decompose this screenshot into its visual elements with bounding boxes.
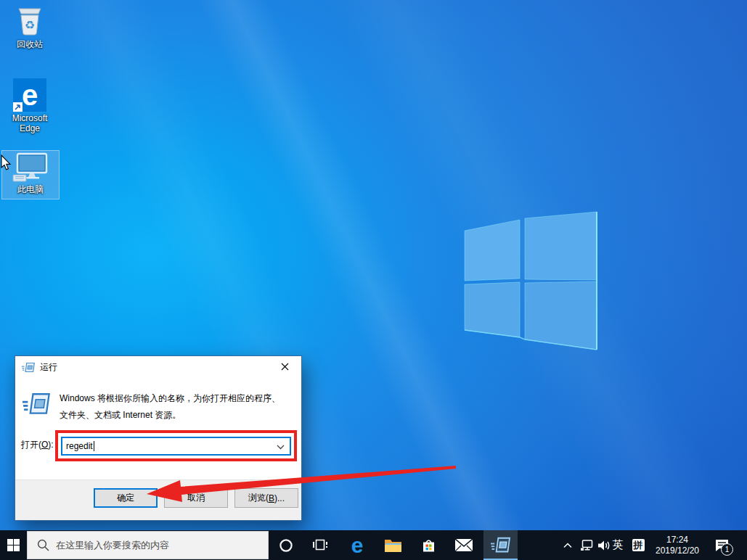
chevron-up-icon — [563, 543, 572, 548]
dialog-message-line1: Windows 将根据你所输入的名称，为你打开相应的程序、 — [60, 390, 280, 407]
windows-logo-wallpaper — [457, 207, 603, 355]
task-view-button[interactable] — [304, 530, 336, 560]
desktop-icon-recycle-bin[interactable]: ♻ 回收站 — [1, 3, 58, 49]
desktop-icon-label: 此电脑 — [2, 184, 59, 194]
clock-date: 2019/12/20 — [656, 545, 699, 556]
open-label: 打开(O): — [21, 439, 54, 451]
dialog-title: 运行 — [40, 361, 57, 374]
search-input[interactable]: 在这里输入你要搜索的内容 — [27, 531, 269, 559]
network-tray-button[interactable] — [578, 530, 597, 560]
task-view-icon — [313, 539, 327, 551]
run-dialog-footer: 确定 取消 浏览(B)... — [15, 479, 301, 520]
taskbar: 在这里输入你要搜索的内容 e — [0, 530, 747, 560]
store-icon — [421, 538, 436, 553]
close-icon — [281, 363, 289, 371]
mail-button[interactable] — [448, 530, 480, 560]
recycle-bin-icon: ♻ — [1, 3, 58, 38]
browse-button[interactable]: 浏览(B)... — [234, 488, 298, 508]
edge-taskbar-button[interactable]: e — [341, 530, 373, 560]
mail-icon — [455, 539, 473, 551]
tray-expand-button[interactable] — [558, 530, 578, 560]
file-explorer-button[interactable] — [377, 530, 409, 560]
desktop: ♻ 回收站 e Microsoft Edge — [0, 0, 747, 560]
dialog-message-line2: 文件夹、文档或 Internet 资源。 — [60, 407, 280, 424]
search-icon — [37, 539, 49, 551]
start-button[interactable] — [0, 530, 27, 560]
windows-start-icon — [7, 539, 20, 551]
cortana-icon — [279, 538, 293, 553]
run-dialog-body: Windows 将根据你所输入的名称，为你打开相应的程序、 文件夹、文档或 In… — [15, 378, 301, 479]
run-dialog-titlebar[interactable]: 运行 — [15, 356, 301, 378]
network-icon — [581, 540, 595, 551]
edge-icon: e — [1, 77, 58, 112]
clock[interactable]: 17:24 2019/12/20 — [652, 530, 703, 560]
mouse-cursor — [1, 155, 12, 171]
file-explorer-icon — [384, 538, 402, 553]
annotation-highlight-rect — [55, 430, 297, 461]
run-message-icon — [23, 392, 50, 416]
run-dialog: 运行 Windows 将根据你所输入的名称，为你打开相应的程序、 文件夹、文档或… — [15, 355, 302, 521]
desktop-icon-label: 回收站 — [1, 39, 58, 49]
search-placeholder: 在这里输入你要搜索的内容 — [56, 539, 169, 552]
ime-mode-button[interactable]: 拼 — [629, 530, 648, 560]
run-window-icon — [22, 362, 35, 373]
cancel-button[interactable]: 取消 — [164, 488, 228, 508]
close-button[interactable] — [269, 356, 301, 377]
edge-logo-glyph: e — [22, 81, 38, 110]
run-taskbar-button[interactable] — [483, 530, 518, 560]
store-button[interactable] — [412, 530, 444, 560]
ok-button[interactable]: 确定 — [94, 488, 158, 508]
recycle-symbol: ♻ — [25, 19, 35, 31]
ime-language-indicator: 英 — [613, 538, 624, 552]
clock-time: 17:24 — [666, 535, 688, 545]
desktop-icon-edge[interactable]: e Microsoft Edge — [1, 77, 58, 133]
ime-pinyin-icon: 拼 — [632, 539, 645, 551]
notification-badge: 1 — [721, 543, 733, 556]
run-app-icon — [491, 537, 510, 553]
shortcut-arrow-icon — [13, 102, 23, 112]
edge-icon: e — [351, 535, 364, 556]
cortana-button[interactable] — [270, 530, 302, 560]
ime-language-button[interactable]: 英 — [608, 530, 627, 560]
desktop-icon-label: Microsoft Edge — [1, 113, 58, 133]
dialog-message: Windows 将根据你所输入的名称，为你打开相应的程序、 文件夹、文档或 In… — [60, 390, 280, 424]
